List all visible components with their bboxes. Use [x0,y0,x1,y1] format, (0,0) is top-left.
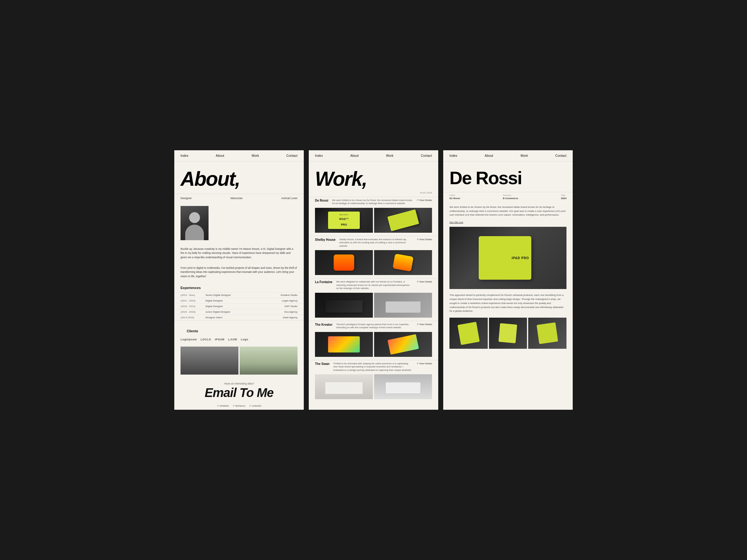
exp-year: (2021 - 2023) [181,299,202,302]
derossi-desc-1: We were thrilled to be chosen by De Ross… [443,202,573,221]
pages-container: Index About Work Contact About, Designer… [174,150,573,410]
social-links: ↗ Dribbble ↗ Behance ↗ LinkedIn [174,402,304,410]
about-title: About, [174,161,304,194]
client-logo: IPSUM [215,338,225,341]
project-name: The Kreator [315,323,332,326]
about-meta: Designer Manucian Animal Lover [174,194,304,202]
project-img-2 [374,332,432,357]
experience-row: (2016 - 2018) Junior Digital Designer Ev… [174,309,304,315]
project-desc: We were delighted to collaborate with ou… [336,280,413,290]
project-link[interactable]: ↗ View Details [416,362,432,365]
nav-contact[interactable]: Contact [555,154,566,157]
nav-index[interactable]: Index [449,154,457,157]
project-header: De Rossi We were thrilled to be chosen b… [309,197,438,207]
project-images [309,249,438,277]
exp-role: Senior Digital Designer [205,294,278,296]
nav-contact[interactable]: Contact [286,154,298,157]
derossi-img-2 [489,318,527,349]
nav-about[interactable]: About [216,154,224,157]
derossi-img-3 [528,318,566,349]
project-header: The Swan Thrilled to be entrusted with s… [309,360,438,373]
exp-role: Junior Digital Designer [205,311,281,313]
project-img-2 [374,250,432,275]
social-linkedin[interactable]: ↗ LinkedIn [249,404,261,407]
nav-index[interactable]: Index [181,154,188,157]
project-header: Shelby House Shelby House, a brand that … [309,236,438,249]
clients-logos: Logoipsum LOCLO IPSUM LJIJW Logo [181,338,298,341]
derossi-main-image [449,227,566,289]
project-link[interactable]: ↗ View Details [416,280,432,283]
project-img-2 [374,293,432,318]
nav-work[interactable]: Work [386,154,393,157]
work-page: Index About Work Contact Work, From 2016… [309,150,438,410]
ipad-label: MOCKUPIPAD™PRO [339,214,349,227]
exp-year: (2018 - 2021) [181,305,202,308]
project-link[interactable]: ↗ View Details [416,323,432,326]
see-site-link[interactable]: See Site Live [443,221,573,227]
nav-index[interactable]: Index [315,154,323,157]
meta-client-value: De Rossi [449,197,460,200]
project-derossi: De Rossi We were thrilled to be chosen b… [309,196,438,235]
photo-person [181,347,238,375]
project-header: La Fontaine We were delighted to collabo… [309,278,438,292]
exp-agency: Dash Agency [283,316,298,319]
project-link[interactable]: ↗ View Details [416,238,432,241]
meta-year: Year 2024 [561,194,566,200]
photo-person-figure [181,347,238,375]
portrait-image [181,206,209,240]
project-images [309,331,438,359]
client-logo: LJIJW [228,338,237,341]
project-link[interactable]: ↗ View Details [416,199,432,202]
nav-about[interactable]: About [350,154,359,157]
work-from: From 2016 [309,191,438,196]
project-desc: Shelby House, a brand that embodies the … [339,238,413,248]
experience-row: (2018 - 2021) Digital Designer KMT Studi… [174,303,304,309]
meta-label: Animal Lover [281,196,298,200]
social-dribbble[interactable]: ↗ Dribbble [216,404,229,407]
exp-role: Designer Intern [205,316,280,319]
project-images: MOCKUPIPAD™PRO [309,207,438,235]
email-cta: Have an interesting idea? Email To Me [174,376,304,402]
project-shelby: Shelby House Shelby House, a brand that … [309,236,438,278]
project-img-1: MOCKUPIPAD™PRO [315,208,373,233]
nav-work[interactable]: Work [252,154,259,157]
exp-year: (2013-2016) [181,316,202,319]
meta-service-label: Services [503,194,518,196]
exp-agency: KMT Studio [284,305,298,308]
email-cta-text[interactable]: Email To Me [181,386,298,399]
derossi-img-1 [449,318,488,349]
exp-year: (2016 - 2018) [181,311,202,313]
exp-agency: Eva Agency [284,311,298,313]
exp-agency: Logan Agency [282,299,298,302]
meta-year-value: 2024 [561,197,566,200]
project-img-1 [315,250,373,275]
nav-work[interactable]: Work [520,154,528,157]
exp-year: (2023 - Now) [181,294,202,296]
client-logo: Logoipsum [181,338,197,341]
experience-row: (2023 - Now) Senior Digital Designer Kre… [174,292,304,298]
project-img-1 [315,332,373,357]
client-logo: Logo [241,338,248,341]
exp-role: Digital Designer [205,305,281,308]
project-img-1 [315,293,373,318]
portrait-section [174,202,304,244]
project-swan: The Swan Thrilled to be entrusted with s… [309,360,438,402]
project-header: The Kreator Toronto's prestigious Kreato… [309,321,438,331]
social-behance[interactable]: ↗ Behance [232,404,245,407]
nav-about[interactable]: About [485,154,493,157]
about-page: Index About Work Contact About, Designer… [174,150,304,410]
project-desc: We were thrilled to be chosen by De Ross… [332,199,413,205]
photo-window [240,347,298,375]
derossi-desc-2: This approach aimed to perfectly complem… [443,289,573,318]
project-name: Shelby House [315,238,336,241]
meta-service-value: E-Commerce [503,197,518,200]
experience-row: (2013-2016) Designer Intern Dash Agency [174,315,304,320]
nav-contact[interactable]: Contact [421,154,432,157]
email-prompt: Have an interesting idea? [181,382,298,385]
meta-name: Manucian [230,196,242,200]
meta-service: Services E-Commerce [503,194,518,200]
derossi-title: De Rossi [443,161,573,192]
derossi-bottom-images [443,318,573,349]
photos-grid [174,345,304,376]
exp-role: Digital Designer [205,299,279,302]
